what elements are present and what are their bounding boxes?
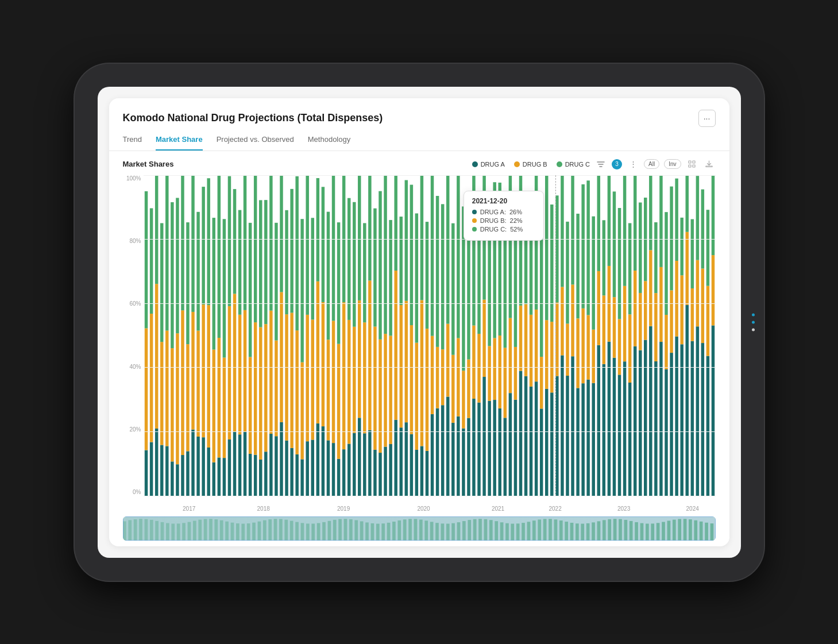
filter-icon[interactable] <box>594 158 607 171</box>
svg-rect-249 <box>566 221 569 323</box>
svg-rect-101 <box>311 319 314 439</box>
chart-area: Market Shares DRUG A DRUG B <box>109 151 729 546</box>
svg-rect-28 <box>186 451 189 496</box>
svg-rect-57 <box>233 189 235 294</box>
tablet-screen: Komodo National Drug Projections (Total … <box>98 87 741 558</box>
svg-rect-259 <box>586 379 589 495</box>
svg-rect-122 <box>347 319 350 444</box>
svg-rect-252 <box>571 175 574 284</box>
svg-rect-273 <box>607 175 610 266</box>
svg-rect-191 <box>467 359 470 418</box>
more-options-icon[interactable]: ⋮ <box>627 158 639 171</box>
svg-rect-3 <box>693 165 695 167</box>
svg-rect-247 <box>566 376 569 496</box>
svg-rect-267 <box>597 175 600 271</box>
svg-rect-37 <box>202 437 204 496</box>
svg-rect-311 <box>675 261 678 337</box>
side-dot-3 <box>752 328 755 331</box>
svg-rect-307 <box>670 353 673 496</box>
legend-drug-c: DRUG C <box>557 161 590 168</box>
legend-label-drug-b: DRUG B <box>523 161 547 168</box>
svg-rect-157 <box>410 434 412 495</box>
minimap[interactable] <box>123 516 716 541</box>
svg-rect-150 <box>394 175 397 271</box>
svg-rect-319 <box>690 341 693 495</box>
tooltip-dot-drug-b <box>472 218 477 223</box>
svg-rect-48 <box>217 175 220 338</box>
svg-rect-143 <box>384 334 387 446</box>
svg-rect-237 <box>544 175 547 320</box>
svg-rect-276 <box>612 191 615 297</box>
svg-rect-271 <box>607 341 610 495</box>
svg-rect-196 <box>477 402 480 495</box>
y-axis: 100% 80% 60% 40% 20% 0% <box>123 175 144 496</box>
svg-rect-18 <box>165 175 168 330</box>
svg-rect-103 <box>316 423 319 496</box>
minimap-handle[interactable] <box>123 516 716 541</box>
svg-rect-286 <box>633 346 636 495</box>
svg-rect-135 <box>368 175 371 280</box>
svg-rect-26 <box>181 310 184 455</box>
svg-rect-176 <box>441 349 443 405</box>
svg-rect-162 <box>415 213 418 342</box>
svg-rect-9 <box>149 208 152 314</box>
svg-rect-318 <box>685 175 688 232</box>
svg-rect-166 <box>425 450 428 495</box>
main-card: Komodo National Drug Projections (Total … <box>109 98 729 546</box>
svg-rect-99 <box>306 175 308 315</box>
svg-rect-217 <box>513 399 516 495</box>
y-label-100: 100% <box>126 175 141 182</box>
svg-rect-85 <box>285 440 288 495</box>
svg-rect-139 <box>379 453 381 496</box>
svg-rect-119 <box>342 302 345 449</box>
svg-rect-107 <box>321 302 324 426</box>
svg-rect-1 <box>693 161 695 163</box>
svg-rect-132 <box>363 223 366 322</box>
tab-market-share[interactable]: Market Share <box>156 135 203 151</box>
svg-rect-29 <box>186 344 189 451</box>
tab-projected-vs-observed[interactable]: Projected vs. Observed <box>217 135 294 151</box>
pill-all[interactable]: All <box>644 159 659 169</box>
download-icon[interactable] <box>703 158 716 171</box>
svg-rect-187 <box>462 428 465 495</box>
legend-drug-a: DRUG A <box>472 161 505 168</box>
svg-rect-296 <box>649 250 652 326</box>
x-label-2017: 2017 <box>183 506 195 512</box>
svg-rect-160 <box>415 449 418 495</box>
x-axis: 2017 2018 2019 2020 2021 2022 2023 2024 <box>144 497 716 513</box>
svg-rect-120 <box>342 175 345 302</box>
svg-rect-292 <box>644 340 647 495</box>
svg-rect-50 <box>222 357 225 458</box>
more-button[interactable]: ··· <box>698 110 716 127</box>
svg-rect-95 <box>300 362 303 459</box>
svg-rect-138 <box>373 208 376 326</box>
svg-rect-333 <box>711 175 714 255</box>
svg-rect-96 <box>300 219 303 362</box>
svg-rect-314 <box>680 275 683 344</box>
projection-line <box>555 175 556 496</box>
svg-rect-61 <box>243 431 246 495</box>
svg-rect-199 <box>482 376 485 495</box>
svg-rect-149 <box>394 271 397 420</box>
gridline-0 <box>144 496 716 496</box>
svg-rect-260 <box>586 315 589 379</box>
tab-trend[interactable]: Trend <box>123 135 142 151</box>
svg-rect-90 <box>290 188 293 313</box>
tooltip-dot-drug-c <box>472 227 477 232</box>
svg-rect-238 <box>550 392 553 496</box>
gridline-80 <box>144 239 716 240</box>
tab-methodology[interactable]: Methodology <box>308 135 350 151</box>
pill-inv[interactable]: Inv <box>664 159 681 169</box>
svg-rect-197 <box>477 334 480 403</box>
svg-rect-159 <box>410 184 412 325</box>
svg-rect-303 <box>659 175 662 267</box>
expand-icon[interactable] <box>686 158 698 171</box>
svg-rect-34 <box>196 436 199 495</box>
svg-rect-128 <box>358 300 361 417</box>
svg-rect-317 <box>685 232 688 304</box>
svg-rect-23 <box>176 333 179 464</box>
svg-rect-89 <box>290 313 293 448</box>
svg-rect-49 <box>222 458 225 496</box>
svg-rect-245 <box>561 287 563 355</box>
toolbar-right: DRUG A DRUG B DRUG C <box>472 158 716 171</box>
